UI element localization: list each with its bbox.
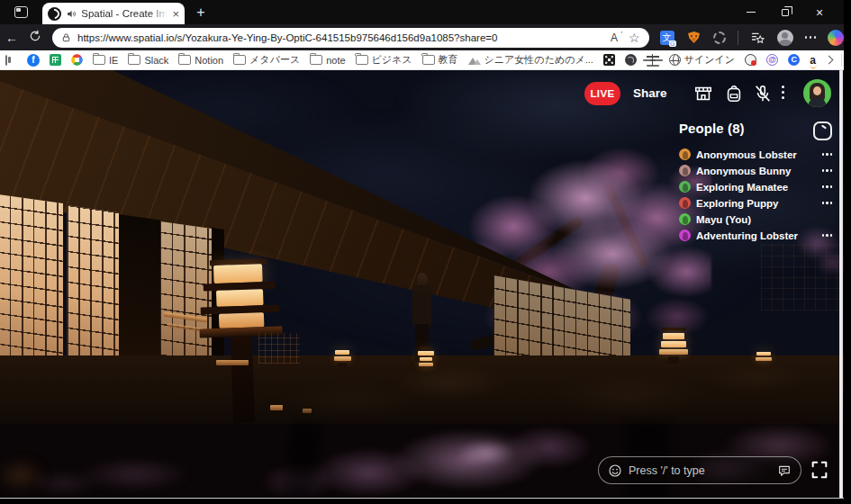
favorites-hub-icon[interactable]: [750, 31, 765, 45]
person-name: Anonymous Bunny: [696, 166, 791, 176]
bookmarks-overflow-icon[interactable]: [824, 56, 833, 65]
spatial-favicon-icon: [48, 7, 61, 21]
tab-title: Spatial - Create Immersive U: [81, 8, 167, 19]
people-panel-title: People (8): [679, 121, 745, 136]
lantern-glow-reflection: [0, 456, 52, 494]
person-row[interactable]: Adventuring Lobster: [679, 230, 832, 241]
bookmark-sheets[interactable]: [50, 54, 61, 66]
bookmark-folder-notion[interactable]: Notion: [178, 55, 223, 66]
spatial-3d-canvas[interactable]: LIVE Share People (8): [0, 70, 844, 498]
bookmark-label: メタバース: [249, 53, 300, 67]
minimize-button[interactable]: [734, 0, 768, 24]
deck-light: [270, 405, 283, 410]
bookmark-folder-ie[interactable]: IE: [93, 55, 118, 66]
folder-icon: [356, 55, 368, 65]
dark-circle-favicon: [625, 54, 637, 66]
person-row[interactable]: Exploring Puppy: [679, 197, 832, 209]
bookmark-dark-square[interactable]: [603, 54, 615, 66]
new-tab-button[interactable]: +: [191, 4, 211, 22]
lock-icon[interactable]: [61, 32, 71, 43]
fullscreen-icon[interactable]: [810, 460, 829, 480]
sidebar-toggle-icon[interactable]: [5, 55, 7, 66]
bookmark-label: Notion: [195, 55, 223, 66]
microphone-muted-icon[interactable]: [753, 84, 773, 104]
extension-icon[interactable]: [713, 32, 726, 44]
folder-icon: [233, 55, 246, 65]
bookmark-label: Slack: [144, 55, 168, 66]
browser-menu-icon[interactable]: [805, 36, 817, 39]
metamask-extension-icon[interactable]: [686, 31, 702, 45]
tab-actions-icon[interactable]: [14, 6, 28, 18]
deck-light: [303, 409, 312, 413]
bookmark-at-circle[interactable]: @: [766, 54, 778, 66]
person-row[interactable]: Anonymous Bunny: [679, 165, 832, 176]
red-circle-favicon: [745, 54, 756, 66]
bookmark-folder-education[interactable]: 教育: [422, 53, 458, 67]
bookmark-amazon[interactable]: a: [810, 55, 816, 66]
restore-button[interactable]: [768, 0, 802, 24]
more-options-icon[interactable]: [782, 86, 784, 99]
bookmark-google[interactable]: [71, 54, 83, 66]
folder-icon: [310, 55, 322, 65]
environment-icon[interactable]: [693, 84, 713, 104]
person-menu-icon[interactable]: [822, 202, 832, 203]
bookmark-facebook[interactable]: f: [27, 54, 40, 67]
bookmark-red-circle[interactable]: [745, 54, 756, 66]
bookmarks-divider: [841, 54, 842, 67]
page-scrollbar[interactable]: [839, 70, 843, 498]
mountains-icon: [468, 55, 481, 65]
chat-bubble-icon[interactable]: [777, 464, 792, 478]
person-menu-icon[interactable]: [822, 153, 832, 155]
person-menu-icon[interactable]: [822, 185, 832, 187]
emoji-icon[interactable]: [608, 464, 622, 478]
c-circle-favicon: C: [788, 54, 800, 66]
url-text[interactable]: https://www.spatial.io/s/Yozakura-Ye-Yin…: [77, 32, 604, 43]
browser-tab[interactable]: Spatial - Create Immersive U ×: [42, 3, 185, 24]
person-menu-icon[interactable]: [822, 234, 832, 236]
bookmark-folder-note[interactable]: note: [310, 55, 345, 66]
bookmark-label: シニア女性のためのメ...: [484, 53, 593, 67]
read-aloud-icon[interactable]: A: [611, 32, 618, 44]
bookmark-scales[interactable]: [647, 54, 659, 66]
dark-square-favicon: [603, 54, 615, 66]
person-name: Exploring Manatee: [696, 182, 788, 193]
person-row[interactable]: Anonymous Lobster: [679, 148, 832, 160]
person-name: Mayu (You): [696, 214, 751, 225]
favorite-star-icon[interactable]: ☆: [629, 31, 640, 45]
close-button[interactable]: ×: [802, 0, 837, 24]
translate-extension-icon[interactable]: 文: [660, 31, 674, 45]
copilot-icon[interactable]: [828, 30, 844, 46]
scales-icon: [647, 54, 659, 66]
back-button[interactable]: ←: [0, 31, 23, 45]
folder-icon: [178, 55, 191, 65]
chat-placeholder: Press '/' to type: [629, 464, 771, 477]
bookmark-senior[interactable]: シニア女性のためのメ...: [468, 53, 593, 67]
sheets-icon: [50, 54, 61, 66]
bookmark-signin[interactable]: サインイン: [669, 53, 735, 67]
browser-profile-avatar[interactable]: [777, 30, 793, 46]
refresh-button[interactable]: [23, 30, 47, 45]
person-name: Adventuring Lobster: [696, 230, 798, 241]
tab-audio-icon[interactable]: [66, 8, 77, 20]
bookmark-label: note: [326, 55, 345, 66]
bookmark-folder-slack[interactable]: Slack: [128, 55, 168, 66]
person-row[interactable]: Mayu (You): [679, 213, 832, 225]
backpack-icon[interactable]: [724, 84, 744, 104]
bookmark-c-circle[interactable]: C: [788, 54, 800, 66]
browser-toolbar: ← https://www.spatial.io/s/Yozakura-Ye-Y…: [0, 24, 844, 50]
collapse-panel-icon[interactable]: [813, 122, 832, 140]
bookmark-folder-metaverse[interactable]: メタバース: [233, 53, 300, 67]
person-row[interactable]: Exploring Manatee: [679, 181, 832, 193]
bookmark-dark-circle[interactable]: [625, 54, 637, 66]
address-bar[interactable]: https://www.spatial.io/s/Yozakura-Ye-Yin…: [52, 28, 649, 48]
bookmark-label: ビジネス: [372, 53, 412, 67]
user-avatar[interactable]: [803, 79, 831, 107]
person-menu-icon[interactable]: [822, 169, 832, 171]
person-avatar: [679, 230, 691, 241]
bookmark-folder-business[interactable]: ビジネス: [356, 53, 412, 67]
chat-input[interactable]: Press '/' to type: [598, 456, 801, 484]
share-button[interactable]: Share: [633, 86, 667, 100]
blossom-reflection: [36, 451, 234, 498]
stone-lantern: [658, 328, 689, 365]
tab-close-icon[interactable]: ×: [172, 8, 179, 20]
